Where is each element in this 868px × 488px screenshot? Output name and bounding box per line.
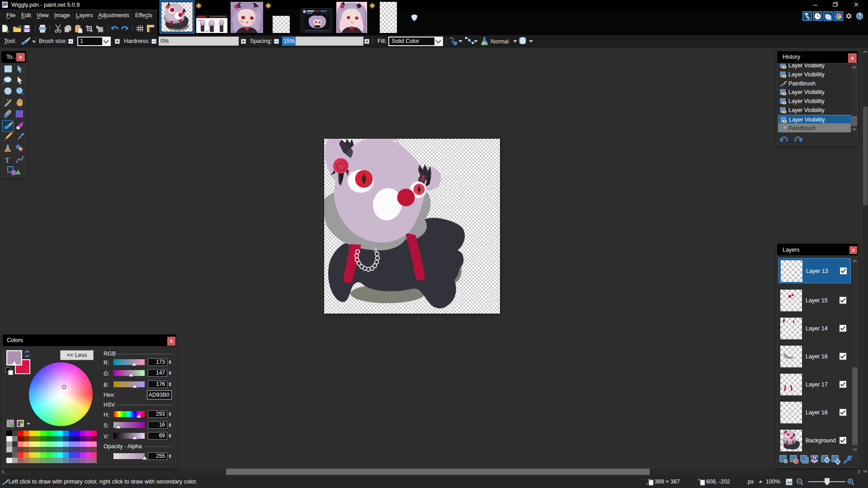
svg-text:?: ? bbox=[858, 14, 861, 19]
svg-text:Normal: Normal bbox=[491, 38, 509, 45]
svg-text:T: T bbox=[5, 156, 10, 164]
